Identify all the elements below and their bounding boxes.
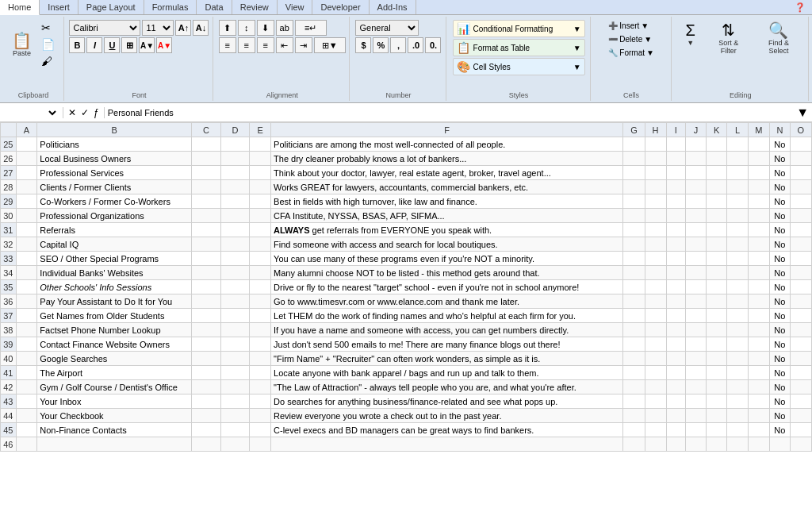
cell-a[interactable] bbox=[16, 137, 37, 152]
cell-o[interactable] bbox=[790, 423, 811, 437]
cell-h[interactable] bbox=[645, 294, 666, 309]
cell-f[interactable]: You can use many of these programs even … bbox=[271, 252, 623, 266]
cell-h[interactable] bbox=[645, 266, 666, 280]
cell-n[interactable]: No bbox=[770, 366, 790, 380]
cell-d[interactable] bbox=[220, 366, 250, 380]
increase-decimal-button[interactable]: .0 bbox=[408, 37, 423, 53]
cell-d[interactable] bbox=[220, 323, 250, 337]
cell-n[interactable]: No bbox=[770, 237, 790, 252]
cell-a[interactable] bbox=[16, 166, 37, 180]
cell-b[interactable]: Factset Phone Number Lookup bbox=[37, 323, 192, 337]
cell-c[interactable] bbox=[192, 337, 221, 352]
cell-o[interactable] bbox=[790, 437, 811, 452]
cell-o[interactable] bbox=[790, 366, 811, 380]
cell-d[interactable] bbox=[220, 252, 250, 266]
cancel-formula-icon[interactable]: ✕ bbox=[67, 107, 78, 118]
cell-e[interactable] bbox=[250, 237, 271, 252]
cell-k[interactable] bbox=[706, 380, 727, 394]
table-row[interactable]: 39Contact Finance Website OwnersJust don… bbox=[1, 337, 812, 352]
cell-b[interactable]: Clients / Former Clients bbox=[37, 180, 192, 194]
cell-g[interactable] bbox=[623, 294, 645, 309]
cell-k[interactable] bbox=[706, 266, 727, 280]
cell-b[interactable] bbox=[37, 437, 192, 452]
cell-j[interactable] bbox=[686, 437, 707, 452]
cell-f[interactable]: Politicians are among the most well-conn… bbox=[271, 137, 623, 152]
cell-b[interactable]: Gym / Golf Course / Dentist's Office bbox=[37, 380, 192, 394]
cell-e[interactable] bbox=[250, 337, 271, 352]
align-top-button[interactable]: ⬆ bbox=[219, 20, 236, 36]
cell-l[interactable] bbox=[727, 137, 748, 152]
tab-view[interactable]: View bbox=[278, 0, 313, 14]
cell-n[interactable]: No bbox=[770, 223, 790, 237]
cell-l[interactable] bbox=[727, 152, 748, 166]
cell-l[interactable] bbox=[727, 280, 748, 294]
cell-o[interactable] bbox=[790, 337, 811, 352]
cell-h[interactable] bbox=[645, 366, 666, 380]
cell-j[interactable] bbox=[686, 323, 707, 337]
paste-button[interactable]: 📋 Paste bbox=[7, 20, 36, 69]
cell-l[interactable] bbox=[727, 223, 748, 237]
cell-h[interactable] bbox=[645, 223, 666, 237]
cell-styles-button[interactable]: 🎨 Cell Styles ▼ bbox=[453, 58, 585, 75]
cell-l[interactable] bbox=[727, 423, 748, 437]
cell-a[interactable] bbox=[16, 252, 37, 266]
cell-o[interactable] bbox=[790, 294, 811, 309]
italic-button[interactable]: I bbox=[86, 37, 102, 53]
cell-m[interactable] bbox=[748, 337, 770, 352]
cell-b[interactable]: Politicians bbox=[37, 137, 192, 152]
cell-f[interactable]: Many alumni choose NOT to be listed - th… bbox=[271, 266, 623, 280]
cell-e[interactable] bbox=[250, 152, 271, 166]
currency-button[interactable]: $ bbox=[355, 37, 371, 53]
percent-button[interactable]: % bbox=[373, 37, 389, 53]
cell-n[interactable]: No bbox=[770, 423, 790, 437]
table-row[interactable]: 45Non-Finance ContactsC-level execs and … bbox=[1, 423, 812, 437]
cell-j[interactable] bbox=[686, 209, 707, 223]
cell-l[interactable] bbox=[727, 266, 748, 280]
cell-h[interactable] bbox=[645, 380, 666, 394]
cell-k[interactable] bbox=[706, 366, 727, 380]
cell-c[interactable] bbox=[192, 266, 221, 280]
cell-h[interactable] bbox=[645, 423, 666, 437]
cell-e[interactable] bbox=[250, 366, 271, 380]
cell-a[interactable] bbox=[16, 237, 37, 252]
cell-i[interactable] bbox=[666, 337, 685, 352]
cell-g[interactable] bbox=[623, 352, 645, 366]
cell-j[interactable] bbox=[686, 380, 707, 394]
cell-i[interactable] bbox=[666, 237, 685, 252]
format-button[interactable]: 🔧 Format ▼ bbox=[604, 47, 658, 59]
cell-g[interactable] bbox=[623, 309, 645, 323]
tab-add-ins[interactable]: Add-Ins bbox=[370, 0, 416, 14]
cell-o[interactable] bbox=[790, 209, 811, 223]
format-as-table-button[interactable]: 📋 Format as Table ▼ bbox=[453, 39, 585, 56]
formula-bar-expand-icon[interactable]: ▼ bbox=[793, 106, 812, 120]
cell-j[interactable] bbox=[686, 409, 707, 423]
cell-g[interactable] bbox=[623, 323, 645, 337]
cell-g[interactable] bbox=[623, 437, 645, 452]
cell-e[interactable] bbox=[250, 380, 271, 394]
tab-developer[interactable]: Developer bbox=[312, 0, 369, 14]
cell-i[interactable] bbox=[666, 423, 685, 437]
cell-c[interactable] bbox=[192, 409, 221, 423]
cell-m[interactable] bbox=[748, 280, 770, 294]
confirm-formula-icon[interactable]: ✓ bbox=[79, 107, 90, 118]
cell-f[interactable]: Best in fields with high turnover, like … bbox=[271, 194, 623, 209]
cell-o[interactable] bbox=[790, 409, 811, 423]
cell-d[interactable] bbox=[220, 294, 250, 309]
cell-o[interactable] bbox=[790, 380, 811, 394]
cell-g[interactable] bbox=[623, 409, 645, 423]
cell-f[interactable]: Locate anyone with bank apparel / bags a… bbox=[271, 366, 623, 380]
cell-h[interactable] bbox=[645, 137, 666, 152]
align-middle-button[interactable]: ↕ bbox=[238, 20, 255, 36]
format-painter-button[interactable]: 🖌 bbox=[37, 53, 59, 69]
cell-i[interactable] bbox=[666, 166, 685, 180]
cell-e[interactable] bbox=[250, 423, 271, 437]
align-right-button[interactable]: ≡ bbox=[257, 37, 274, 53]
cell-m[interactable] bbox=[748, 237, 770, 252]
cell-j[interactable] bbox=[686, 394, 707, 409]
font-name-select[interactable]: Calibri bbox=[69, 20, 140, 36]
cell-e[interactable] bbox=[250, 266, 271, 280]
cell-l[interactable] bbox=[727, 394, 748, 409]
cell-ref-select[interactable] bbox=[3, 107, 59, 118]
cell-l[interactable] bbox=[727, 166, 748, 180]
cell-g[interactable] bbox=[623, 266, 645, 280]
